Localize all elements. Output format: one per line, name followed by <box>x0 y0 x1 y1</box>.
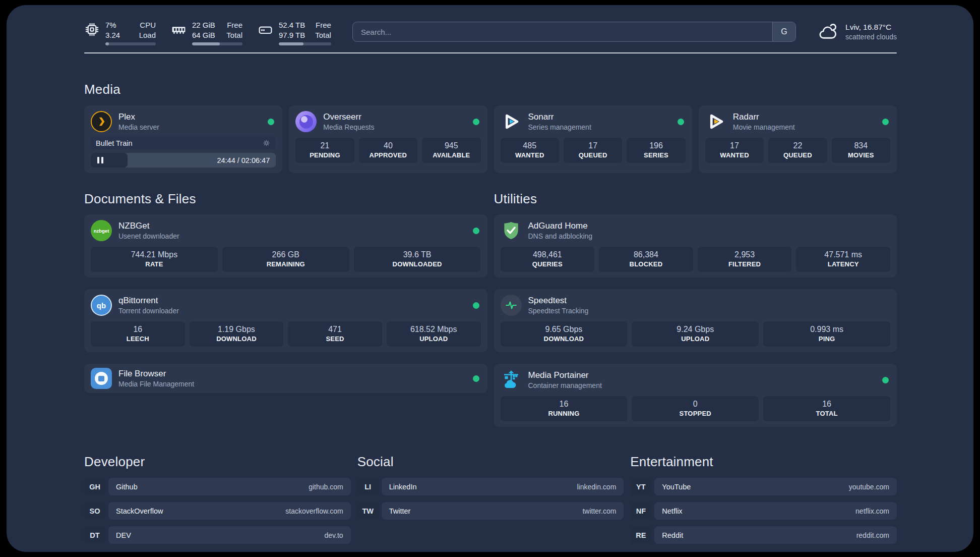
bookmark-linkedin[interactable]: LI LinkedIn linkedin.com <box>357 478 624 495</box>
status-dot <box>268 119 274 125</box>
section-entertainment: Entertainment YT YouTube youtube.com NF … <box>630 454 897 544</box>
stat-block: 485 WANTED <box>501 138 559 163</box>
stat-value: 1.19 Gbps <box>192 324 282 335</box>
stat-label: QUEUED <box>566 151 620 159</box>
stat-value: 9.24 Gbps <box>634 324 757 335</box>
bookmark-name: LinkedIn <box>389 483 417 491</box>
bookmark-name: StackOverflow <box>116 507 163 515</box>
resource-widgets: 7% 3.24 CPU Load <box>84 20 331 45</box>
stat-value: 17 <box>566 141 620 151</box>
bookmark-abbr: LI <box>357 478 379 495</box>
bookmark-url: reddit.com <box>856 531 889 539</box>
stat-block: 47.571 ms LATENCY <box>796 247 890 272</box>
bookmark-name: Reddit <box>662 531 683 539</box>
overseerr-card[interactable]: Overseerr Media Requests 21 PENDING 40 A… <box>289 105 487 173</box>
stat-label: WANTED <box>707 151 762 159</box>
section-title-media: Media <box>84 82 897 97</box>
radarr-icon <box>705 111 726 132</box>
section-title-entertainment: Entertainment <box>630 454 897 470</box>
stat-label: APPROVED <box>361 151 415 159</box>
cpu-load-label: Load <box>139 30 156 40</box>
stat-label: LEECH <box>93 335 183 343</box>
bookmark-name: DEV <box>116 531 131 539</box>
sonarr-icon <box>501 111 522 132</box>
stat-value: 40 <box>361 141 415 151</box>
portainer-icon <box>501 369 522 391</box>
section-title-social: Social <box>357 454 624 470</box>
bookmark-abbr: SO <box>84 502 105 520</box>
bookmark-name: Github <box>116 483 138 491</box>
disk-free-label: Free <box>315 20 331 30</box>
cpu-resource-widget: 7% 3.24 CPU Load <box>84 20 156 45</box>
radarr-card[interactable]: Radarr Movie management 17 WANTED 22 QUE… <box>699 105 897 173</box>
stat-label: TOTAL <box>765 409 888 418</box>
section-media: Media Plex Media server Bullet Train <box>84 82 897 173</box>
card-subtitle: Media Requests <box>323 123 374 132</box>
disk-resource-widget: 52.4 TB 97.9 TB Free Total <box>258 20 331 45</box>
status-dot <box>473 302 479 309</box>
stat-block: 39.6 TB DOWNLOADED <box>354 247 481 272</box>
nzbget-card[interactable]: nzbget NZBGet Usenet downloader 744.21 M… <box>84 214 487 277</box>
stat-value: 196 <box>629 141 683 151</box>
stat-block: 16 LEECH <box>91 321 185 347</box>
stat-block: 22 QUEUED <box>768 138 827 163</box>
stat-value: 471 <box>290 324 380 335</box>
scattered-clouds-icon <box>818 21 839 42</box>
filebrowser-card[interactable]: File Browser Media File Management <box>84 364 487 393</box>
memory-total-value: 64 GiB <box>192 30 215 40</box>
stat-label: STOPPED <box>634 409 757 418</box>
portainer-card[interactable]: Media Portainer Container management 16 … <box>494 364 897 427</box>
search-provider-button[interactable]: G <box>772 22 795 41</box>
disk-total-value: 97.9 TB <box>279 30 305 40</box>
dashboard-panel: 7% 3.24 CPU Load <box>7 5 973 552</box>
status-dot <box>882 119 889 125</box>
weather-location-temp: Lviv, 16.87°C <box>845 22 897 32</box>
stat-block: 1.19 Gbps DOWNLOAD <box>190 321 284 347</box>
bookmark-youtube[interactable]: YT YouTube youtube.com <box>630 478 897 495</box>
status-dot <box>473 119 479 125</box>
memory-free-value: 22 GiB <box>192 20 215 30</box>
bookmark-twitter[interactable]: TW Twitter twitter.com <box>357 502 624 520</box>
stat-block: 17 QUEUED <box>564 138 622 163</box>
stat-value: 16 <box>765 399 888 409</box>
search-bar: G <box>352 22 796 42</box>
plex-card[interactable]: Plex Media server Bullet Train <box>84 105 282 173</box>
cpu-progress-bar <box>105 42 156 45</box>
card-title: Media Portainer <box>528 370 602 381</box>
stat-block: 834 MOVIES <box>832 138 890 163</box>
stat-value: 16 <box>503 399 626 409</box>
stat-label: UPLOAD <box>634 335 757 343</box>
pause-icon <box>97 157 99 163</box>
section-utilities: Utilities AdGuard Home DNS and a <box>494 191 897 427</box>
card-title: File Browser <box>118 368 194 379</box>
bookmark-github[interactable]: GH Github github.com <box>84 478 351 495</box>
stat-label: SERIES <box>629 151 683 159</box>
stat-block: 16 TOTAL <box>763 396 890 421</box>
adguard-card[interactable]: AdGuard Home DNS and adblocking 498,461 … <box>494 214 897 277</box>
status-dot <box>473 228 479 234</box>
bookmark-dev[interactable]: DT DEV dev.to <box>84 526 351 544</box>
disk-progress-bar <box>279 42 331 45</box>
bookmark-name: YouTube <box>662 483 691 491</box>
bookmark-abbr: TW <box>357 502 379 520</box>
bookmark-name: Netflix <box>662 507 682 515</box>
speedtest-icon <box>501 295 522 316</box>
section-title-utilities: Utilities <box>494 191 897 207</box>
bookmark-netflix[interactable]: NF Netflix netflix.com <box>630 502 897 520</box>
search-input[interactable] <box>353 22 772 41</box>
bookmark-reddit[interactable]: RE Reddit reddit.com <box>630 526 897 544</box>
qbittorrent-card[interactable]: qb qBittorrent Torrent downloader 16 LEE… <box>84 289 487 352</box>
bookmark-url: youtube.com <box>849 483 889 491</box>
sonarr-card[interactable]: Sonarr Series management 485 WANTED 17 Q… <box>494 105 692 173</box>
stat-value: 22 <box>770 141 825 151</box>
stat-value: 485 <box>503 141 557 151</box>
status-dot <box>882 377 889 383</box>
card-title: AdGuard Home <box>528 220 593 232</box>
bookmark-stackoverflow[interactable]: SO StackOverflow stackoverflow.com <box>84 502 351 520</box>
speedtest-card[interactable]: Speedtest Speedtest Tracking 9.65 Gbps D… <box>494 289 897 352</box>
card-subtitle: Usenet downloader <box>118 232 179 241</box>
card-title: qBittorrent <box>118 295 179 306</box>
card-title: Sonarr <box>528 112 591 123</box>
stat-block: 0 STOPPED <box>632 396 759 421</box>
stat-value: 17 <box>707 141 762 151</box>
